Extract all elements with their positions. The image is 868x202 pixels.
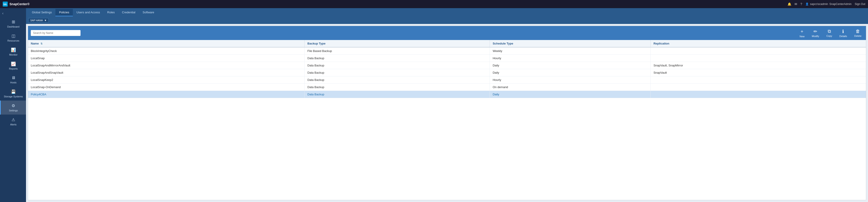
cell-backup-type: Data Backup [305, 62, 490, 69]
new-button[interactable]: ＋ New [798, 27, 806, 39]
col-header-schedule-type: Schedule Type [490, 40, 651, 47]
resources-icon: ◫ [11, 33, 16, 38]
tab-credential[interactable]: Credential [118, 9, 139, 16]
delete-button[interactable]: 🗑 Delete [852, 28, 863, 38]
sap-hana-dropdown[interactable]: SAP HANA ▼ [28, 18, 49, 23]
cell-schedule-type: Weekly [490, 47, 651, 55]
tab-roles[interactable]: Roles [103, 9, 118, 16]
cell-backup-type: Data Backup [305, 69, 490, 76]
cell-schedule-type[interactable]: Daily [490, 91, 651, 98]
tab-global-settings[interactable]: Global Settings [28, 9, 55, 16]
table-row[interactable]: LocalSnapData BackupHourly [28, 55, 866, 62]
sidebar-item-storage-systems[interactable]: 💾 Storage Systems [0, 87, 26, 101]
monitor-icon: 📊 [11, 47, 16, 53]
tab-users-and-access[interactable]: Users and Access [73, 9, 103, 16]
main-layout: ‹ ⊞ Dashboard ◫ Resources 📊 Monitor 📈 Re… [0, 8, 868, 202]
cell-backup-type: Data Backup [305, 76, 490, 83]
table-row[interactable]: LocalSnapAndSnapVaultData BackupDailySna… [28, 69, 866, 76]
logo-area: NA SnapCenter® [3, 2, 30, 6]
mail-icon[interactable]: ✉ [795, 2, 797, 6]
sidebar-item-reports[interactable]: 📈 Reports [0, 59, 26, 73]
cell-name[interactable]: Policy4CBA [28, 91, 305, 98]
sidebar-label-alerts: Alerts [10, 123, 17, 126]
storage-icon: 💾 [11, 89, 16, 94]
sidebar-label-storage: Storage Systems [4, 95, 23, 98]
modify-label: Modify [812, 35, 819, 37]
cell-replication: SnapVault, SnapMirror [651, 62, 866, 69]
table-row[interactable]: LocalSnapAndMirrrorAndVaultData BackupDa… [28, 62, 866, 69]
user-info: 👤 sapcc\scadmin SnapCenterAdmin [805, 2, 851, 6]
cell-name: LocalSnapAndMirrrorAndVault [28, 62, 305, 69]
cell-backup-type: Data Backup [305, 55, 490, 62]
sidebar-label-dashboard: Dashboard [7, 25, 20, 28]
copy-button[interactable]: ⧉ Copy [825, 28, 834, 38]
cell-name: LocalSnapAndSnapVault [28, 69, 305, 76]
new-label: New [800, 35, 804, 38]
table-row[interactable]: LocalSnap-OnDemandData BackupOn demand [28, 83, 866, 91]
role-label: SnapCenterAdmin [829, 2, 851, 6]
cell-replication [651, 91, 866, 98]
col-header-replication: Replication [651, 40, 866, 47]
table-row[interactable]: LocalSnapKeep2Data BackupHourly [28, 76, 866, 83]
sidebar-label-monitor: Monitor [9, 53, 18, 56]
sidebar-item-alerts[interactable]: ⚠ Alerts [0, 114, 26, 129]
search-input[interactable] [31, 30, 81, 36]
sidebar-item-resources[interactable]: ◫ Resources [0, 31, 26, 45]
sub-header: SAP HANA ▼ [26, 17, 868, 24]
sidebar-item-dashboard[interactable]: ⊞ Dashboard [0, 17, 26, 31]
sidebar: ‹ ⊞ Dashboard ◫ Resources 📊 Monitor 📈 Re… [0, 8, 26, 202]
tab-policies[interactable]: Policies [55, 9, 73, 16]
table-row[interactable]: Policy4CBAData BackupDaily [28, 91, 866, 98]
header-right: 🔔 ✉ ? 👤 sapcc\scadmin SnapCenterAdmin Si… [787, 2, 865, 6]
toggle-icon: ‹ [2, 11, 3, 15]
toolbar: ＋ New ✏ Modify ⧉ Copy ℹ Details [28, 26, 866, 40]
help-icon[interactable]: ? [800, 2, 802, 6]
username-label: sapcc\scadmin [810, 2, 828, 6]
cell-schedule-type: On demand [490, 83, 651, 91]
main-panel: ＋ New ✏ Modify ⧉ Copy ℹ Details [28, 26, 866, 200]
sort-icon[interactable]: ⇅ [40, 42, 42, 45]
cell-schedule-type: Daily [490, 69, 651, 76]
table-row[interactable]: BlockIntegrityCheckFile Based BackupWeek… [28, 47, 866, 55]
dropdown-arrow-icon: ▼ [44, 19, 46, 22]
delete-label: Delete [854, 35, 862, 37]
tab-bar: Global Settings Policies Users and Acces… [26, 8, 868, 17]
notification-icon[interactable]: 🔔 [787, 2, 791, 6]
hosts-icon: 🖥 [11, 75, 16, 80]
sidebar-label-hosts: Hosts [10, 81, 17, 84]
sidebar-item-hosts[interactable]: 🖥 Hosts [0, 73, 26, 87]
sidebar-toggle[interactable]: ‹ [0, 10, 26, 17]
sidebar-item-monitor[interactable]: 📊 Monitor [0, 45, 26, 59]
table-header-row: Name ⇅ Backup Type Schedule Type Replica… [28, 40, 866, 47]
sap-hana-label: SAP HANA [30, 19, 43, 22]
new-icon: ＋ [800, 28, 804, 34]
sidebar-label-reports: Reports [9, 67, 18, 70]
delete-icon: 🗑 [856, 29, 860, 34]
cell-replication [651, 76, 866, 83]
user-icon: 👤 [805, 2, 809, 6]
cell-backup-type[interactable]: Data Backup [305, 91, 490, 98]
col-header-backup-type: Backup Type [305, 40, 490, 47]
sidebar-item-settings[interactable]: ⚙ Settings [0, 101, 26, 114]
policies-table: Name ⇅ Backup Type Schedule Type Replica… [28, 40, 866, 98]
sidebar-label-resources: Resources [7, 39, 20, 42]
copy-icon: ⧉ [828, 29, 831, 34]
signout-button[interactable]: Sign Out [855, 2, 865, 6]
svg-text:NA: NA [3, 3, 6, 6]
cell-replication: SnapVault [651, 69, 866, 76]
cell-backup-type: File Based Backup [305, 47, 490, 55]
details-icon: ℹ [842, 29, 844, 34]
modify-button[interactable]: ✏ Modify [810, 28, 821, 38]
cell-name: LocalSnapKeep2 [28, 76, 305, 83]
table-container: Name ⇅ Backup Type Schedule Type Replica… [28, 40, 866, 200]
netapp-logo-icon: NA [3, 2, 8, 6]
tab-software[interactable]: Software [139, 9, 158, 16]
dashboard-icon: ⊞ [12, 20, 15, 24]
settings-icon: ⚙ [11, 103, 15, 108]
copy-label: Copy [827, 35, 832, 37]
app-title: SnapCenter® [9, 2, 30, 6]
details-button[interactable]: ℹ Details [838, 28, 849, 38]
content-area: Global Settings Policies Users and Acces… [26, 8, 868, 202]
top-header: NA SnapCenter® 🔔 ✉ ? 👤 sapcc\scadmin Sna… [0, 0, 868, 8]
sidebar-label-settings: Settings [9, 109, 18, 112]
